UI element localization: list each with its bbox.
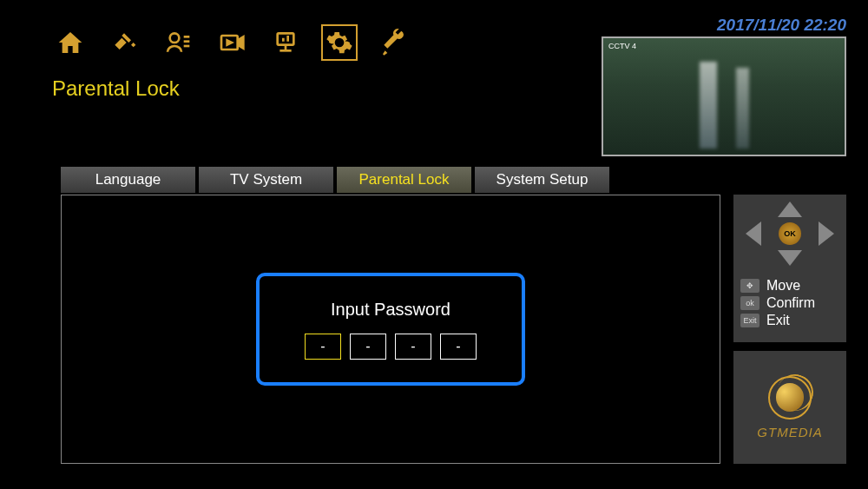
tools-icon[interactable] bbox=[375, 24, 411, 61]
tab-tv-system[interactable]: TV System bbox=[199, 167, 333, 193]
ok-button[interactable]: OK bbox=[779, 222, 801, 245]
tab-system-setup[interactable]: System Setup bbox=[475, 167, 609, 193]
tab-parental-lock[interactable]: Parental Lock bbox=[337, 167, 471, 193]
content-area: Input Password - - - - bbox=[61, 195, 720, 464]
media-icon[interactable] bbox=[214, 24, 250, 61]
datetime-display: 2017/11/20 22:20 bbox=[717, 16, 846, 35]
password-digit-2[interactable]: - bbox=[350, 334, 386, 360]
legend-move: ✥ Move bbox=[740, 278, 839, 294]
legend-confirm-label: Confirm bbox=[766, 295, 815, 311]
video-preview: CCTV 4 bbox=[602, 36, 846, 156]
password-digit-4[interactable]: - bbox=[440, 334, 477, 360]
svg-point-0 bbox=[170, 33, 180, 43]
password-input-row: - - - - bbox=[305, 334, 477, 360]
page-title: Parental Lock bbox=[52, 76, 180, 101]
legend-exit: Exit Exit bbox=[740, 313, 839, 328]
key-legend: ✥ Move ok Confirm Exit Exit bbox=[733, 273, 846, 334]
top-nav bbox=[52, 24, 411, 61]
preview-graphic bbox=[736, 68, 749, 149]
arrow-left-icon[interactable] bbox=[746, 221, 761, 246]
dpad-panel: OK ✥ Move ok Confirm Exit Exit bbox=[733, 195, 846, 342]
password-digit-1[interactable]: - bbox=[305, 334, 341, 360]
arrow-down-icon[interactable] bbox=[778, 250, 802, 266]
tab-language[interactable]: Language bbox=[61, 167, 195, 193]
settings-icon[interactable] bbox=[321, 24, 358, 61]
password-dialog: Input Password - - - - bbox=[256, 273, 525, 386]
legend-confirm: ok Confirm bbox=[740, 295, 839, 311]
preview-channel-label: CCTV 4 bbox=[608, 42, 636, 50]
tab-bar: Language TV System Parental Lock System … bbox=[61, 167, 609, 193]
arrow-right-icon[interactable] bbox=[819, 221, 834, 246]
network-icon[interactable] bbox=[267, 24, 304, 61]
preview-graphic bbox=[700, 62, 717, 149]
home-icon[interactable] bbox=[52, 24, 89, 61]
exit-key-icon: Exit bbox=[740, 314, 760, 327]
password-dialog-title: Input Password bbox=[331, 300, 450, 320]
brand-logo-icon bbox=[768, 376, 812, 420]
legend-exit-label: Exit bbox=[766, 313, 790, 328]
legend-move-label: Move bbox=[766, 278, 800, 294]
user-icon[interactable] bbox=[160, 24, 196, 61]
svg-rect-5 bbox=[278, 33, 294, 44]
arrow-up-icon[interactable] bbox=[778, 202, 802, 217]
ok-key-icon: ok bbox=[740, 296, 760, 310]
brand-panel: GTMEDIA bbox=[733, 351, 846, 464]
password-digit-3[interactable]: - bbox=[395, 334, 431, 360]
satellite-icon[interactable] bbox=[106, 24, 142, 61]
move-key-icon: ✥ bbox=[740, 279, 760, 293]
brand-name: GTMEDIA bbox=[757, 425, 822, 439]
dpad: OK bbox=[733, 195, 846, 273]
